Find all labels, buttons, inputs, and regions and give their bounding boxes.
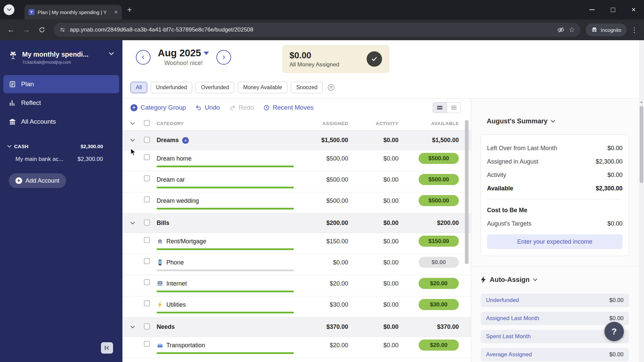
available-pill[interactable]: $500.00 <box>419 153 459 164</box>
category-group-row[interactable]: Bills + $200.00 $0.00 $200.00 <box>122 214 471 233</box>
assigned-value[interactable]: $0.00 <box>298 258 348 267</box>
month-selector[interactable]: Aug 2025 Woohoo! nice! <box>156 48 211 67</box>
assigned-value[interactable]: $150.00 <box>298 237 348 246</box>
group-checkbox[interactable] <box>144 323 150 329</box>
category-row[interactable]: Dream wedding $500.00 $0.00 $500.00 <box>122 192 471 214</box>
url-text[interactable]: app.ynab.com/2849d6a8-ca3b-4a41-bf7c-537… <box>70 26 553 33</box>
filter-underfunded[interactable]: Underfunded <box>151 82 193 93</box>
available-pill[interactable]: $500.00 <box>419 195 459 206</box>
collapse-all-chevron[interactable] <box>130 122 144 125</box>
new-tab-button[interactable]: + <box>127 6 132 14</box>
group-collapse-chevron[interactable] <box>130 139 144 142</box>
category-checkbox[interactable] <box>144 237 150 243</box>
auto-assign-header[interactable]: Auto-Assign <box>481 276 629 284</box>
category-row[interactable]: Phone $0.00 $0.00 $0.00 <box>122 254 471 275</box>
filter-overfunded[interactable]: Overfunded <box>196 82 234 93</box>
auto-assign-row[interactable]: Underfunded $0.00 <box>481 294 629 307</box>
group-name[interactable]: Bills <box>157 220 169 227</box>
page-scrollbar[interactable]: ▲ <box>639 40 644 362</box>
site-info-icon[interactable] <box>59 26 66 33</box>
column-assigned[interactable]: ASSIGNED <box>298 121 348 126</box>
tab-close-icon[interactable]: × <box>114 9 118 15</box>
group-name[interactable]: Needs <box>157 323 175 330</box>
group-checkbox[interactable] <box>144 220 150 226</box>
filter-snoozed[interactable]: Snoozed <box>291 82 323 93</box>
auto-assign-row[interactable]: Assigned Last Month $0.00 <box>481 312 629 325</box>
category-checkbox[interactable] <box>144 300 150 306</box>
group-collapse-chevron[interactable] <box>130 326 144 328</box>
category-name[interactable]: Internet <box>166 280 187 287</box>
collapse-sidebar-button[interactable] <box>101 342 113 354</box>
category-checkbox[interactable] <box>144 154 150 160</box>
scroll-up-arrow[interactable]: ▲ <box>639 100 644 104</box>
compact-view-button[interactable] <box>433 102 447 113</box>
scrollbar-thumb[interactable] <box>640 106 643 183</box>
enter-expected-income-button[interactable]: Enter your expected income <box>487 234 623 249</box>
maximize-button[interactable] <box>602 0 623 19</box>
assigned-value[interactable]: $20.00 <box>298 341 348 350</box>
available-pill[interactable]: $150.00 <box>419 236 459 247</box>
minimize-button[interactable] <box>582 0 602 19</box>
reload-button[interactable] <box>36 23 48 36</box>
category-group-row[interactable]: Needs + $370.00 $0.00 $370.00 <box>122 317 471 337</box>
tab-search-button[interactable] <box>4 4 14 15</box>
bookmark-star-icon[interactable]: ☆ <box>569 26 575 34</box>
add-category-button[interactable]: + <box>182 137 189 144</box>
select-all-checkbox[interactable] <box>144 120 150 126</box>
category-name[interactable]: Dream home <box>157 155 192 162</box>
sidebar-account-row[interactable]: My main bank ac... $2,300.00 <box>0 156 122 163</box>
category-name[interactable]: Transportation <box>166 342 205 349</box>
budget-switcher[interactable]: My monthly spendi... 7c3ac6a8@moodjoy.co… <box>0 40 122 65</box>
assigned-value[interactable]: $20.00 <box>298 279 348 288</box>
sidebar-item-all-accounts[interactable]: All Accounts <box>3 113 119 131</box>
assigned-value[interactable]: $500.00 <box>298 196 348 205</box>
sidebar-item-reflect[interactable]: Reflect <box>3 94 119 112</box>
previous-month-button[interactable] <box>136 50 151 65</box>
available-pill[interactable]: $0.00 <box>419 257 459 268</box>
category-name[interactable]: Rent/Mortgage <box>166 238 206 245</box>
column-available[interactable]: AVAILABLE <box>398 121 459 126</box>
filter-money-available[interactable]: Money Available <box>238 82 287 93</box>
assigned-value[interactable]: $30.00 <box>298 300 348 309</box>
group-collapse-chevron[interactable] <box>130 222 144 225</box>
forward-button[interactable]: → <box>20 23 33 36</box>
available-pill[interactable]: $20.00 <box>419 278 459 289</box>
assigned-value[interactable]: $500.00 <box>298 175 348 184</box>
group-checkbox[interactable] <box>144 137 150 143</box>
category-checkbox[interactable] <box>144 196 150 202</box>
month-title[interactable]: Aug 2025 <box>158 48 201 59</box>
category-name[interactable]: Dream car <box>157 176 185 183</box>
recent-moves-button[interactable]: Recent Moves <box>263 104 313 111</box>
category-name[interactable]: Phone <box>166 259 184 266</box>
category-row[interactable]: Internet $20.00 $0.00 $20.00 <box>122 275 471 296</box>
cash-group-header[interactable]: CASH $2,300.00 <box>0 143 122 149</box>
group-name[interactable]: Dreams <box>157 137 179 144</box>
table-scrollbar[interactable] <box>465 120 469 264</box>
add-category-group-button[interactable]: + Category Group <box>130 104 186 111</box>
category-checkbox[interactable] <box>144 341 150 347</box>
list-view-button[interactable] <box>447 102 461 113</box>
budget-chevron-icon[interactable] <box>109 52 114 55</box>
category-checkbox[interactable] <box>144 258 150 264</box>
column-category[interactable]: CATEGORY <box>157 121 298 126</box>
browser-tab[interactable]: Y Plan | My monthly spending | Y × <box>24 5 122 19</box>
help-button[interactable]: ? <box>604 322 624 341</box>
available-pill[interactable]: $20.00 <box>419 340 459 351</box>
eye-off-icon[interactable] <box>557 26 565 34</box>
available-pill[interactable]: $30.00 <box>419 299 459 310</box>
category-group-row[interactable]: Dreams + $1,500.00 $0.00 $1,500.00 <box>122 131 471 150</box>
category-checkbox[interactable] <box>144 175 150 181</box>
sidebar-item-plan[interactable]: Plan <box>3 75 119 93</box>
summary-header[interactable]: August's Summary <box>481 117 629 125</box>
auto-assign-row[interactable]: Average Assigned $0.00 <box>481 348 629 361</box>
redo-button[interactable]: Redo <box>229 104 254 111</box>
address-bar[interactable]: app.ynab.com/2849d6a8-ca3b-4a41-bf7c-537… <box>54 23 580 37</box>
back-button[interactable]: ← <box>5 23 17 36</box>
filter-options-button[interactable] <box>327 84 335 91</box>
category-checkbox[interactable] <box>144 279 150 285</box>
category-row[interactable]: Dream car $500.00 $0.00 $500.00 <box>122 171 471 192</box>
category-row[interactable]: Transportation $20.00 $0.00 $20.00 <box>122 337 471 358</box>
add-account-button[interactable]: + Add Account <box>9 173 66 188</box>
available-pill[interactable]: $500.00 <box>419 174 459 185</box>
filter-all[interactable]: All <box>130 82 147 93</box>
